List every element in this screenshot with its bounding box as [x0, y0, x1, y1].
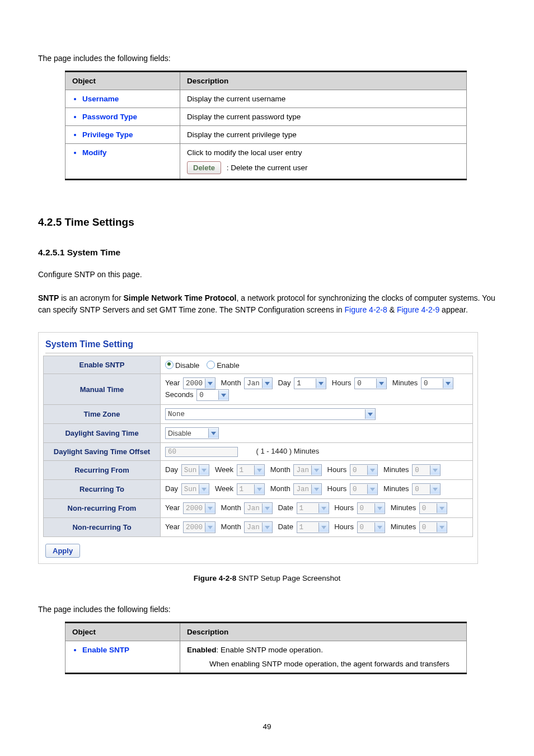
- recto-week-select[interactable]: 1: [237, 483, 265, 495]
- th-description: Description: [180, 623, 467, 641]
- panel-title: System Time Setting: [45, 339, 473, 353]
- subsection-heading: 4.2.5.1 System Time: [38, 248, 496, 258]
- nrecto-month-select[interactable]: Jan: [244, 521, 273, 533]
- desc-username: Display the current username: [180, 90, 467, 108]
- nrecfrom-hours-select[interactable]: 0: [357, 502, 386, 514]
- chevron-down-icon: [218, 390, 228, 400]
- row-label-time-zone: Time Zone: [44, 405, 161, 424]
- chevron-down-icon: [430, 465, 440, 475]
- sntp-fullname: Simple Network Time Protocol: [124, 293, 237, 302]
- intro-text-1: The page includes the following fields:: [38, 54, 496, 63]
- desc-password-type: Display the current password type: [180, 108, 467, 126]
- row-label-enable-sntp: Enable SNTP: [44, 356, 161, 374]
- recto-minutes-select[interactable]: 0: [412, 483, 441, 495]
- nrecto-hours-select[interactable]: 0: [357, 521, 386, 533]
- obj-modify: Modify: [82, 148, 173, 157]
- desc-modify-line1: Click to modify the local user entry: [187, 148, 460, 157]
- chevron-down-icon: [367, 484, 377, 494]
- chevron-down-icon: [430, 484, 440, 494]
- table-row: Enable SNTP Enabled: Enable SNTP mode op…: [65, 641, 467, 674]
- chevron-down-icon: [374, 503, 385, 513]
- chevron-down-icon: [262, 379, 272, 388]
- chevron-down-icon: [376, 379, 386, 388]
- recfrom-month-select[interactable]: Jan: [293, 464, 322, 476]
- chevron-down-icon: [374, 522, 385, 532]
- chevron-down-icon: [254, 465, 264, 475]
- apply-button[interactable]: Apply: [45, 544, 80, 558]
- chevron-down-icon: [205, 503, 215, 513]
- page-number: 49: [38, 722, 496, 731]
- radio-disable[interactable]: [165, 361, 174, 369]
- recfrom-minutes-select[interactable]: 0: [412, 464, 441, 476]
- enabled-desc-line2: When enabling SNTP mode operation, the a…: [209, 660, 460, 668]
- nrecto-year-select[interactable]: 2000: [183, 521, 216, 533]
- chevron-down-icon: [367, 465, 377, 475]
- day-select[interactable]: 1: [294, 377, 326, 389]
- figure-link-429[interactable]: Figure 4-2-9: [397, 305, 439, 314]
- chevron-down-icon: [311, 465, 321, 475]
- chevron-down-icon: [254, 484, 264, 494]
- obj-privilege-type: Privilege Type: [82, 130, 173, 139]
- month-select[interactable]: Jan: [244, 377, 273, 389]
- chevron-down-icon: [318, 522, 329, 532]
- radio-enable-label: Enable: [217, 361, 239, 370]
- row-label-dst: Daylight Saving Time: [44, 424, 161, 443]
- chevron-down-icon: [262, 522, 272, 532]
- table-row: Modify Click to modify the local user en…: [65, 144, 467, 180]
- nrecfrom-year-select[interactable]: 2000: [183, 502, 216, 514]
- seconds-select[interactable]: 0: [196, 389, 229, 401]
- table-row: Privilege Type Display the current privi…: [65, 126, 467, 144]
- chevron-down-icon: [199, 465, 209, 475]
- minutes-select[interactable]: 0: [421, 377, 453, 389]
- recto-day-select[interactable]: Sun: [181, 483, 210, 495]
- year-select[interactable]: 2000: [183, 377, 216, 389]
- para-sntp-desc: SNTP is an acronym for Simple Network Ti…: [38, 292, 496, 316]
- chevron-down-icon: [365, 409, 375, 419]
- th-object: Object: [65, 72, 180, 90]
- figure-caption: Figure 4-2-8 SNTP Setup Page Screenshot: [38, 574, 496, 582]
- dst-select[interactable]: Disable: [165, 427, 219, 439]
- row-label-rec-to: Recurring To: [44, 480, 161, 499]
- recfrom-hours-select[interactable]: 0: [350, 464, 378, 476]
- sntp-acronym: SNTP: [38, 293, 59, 302]
- nrecto-date-select[interactable]: 1: [297, 521, 329, 533]
- row-label-rec-from: Recurring From: [44, 461, 161, 480]
- obj-enable-sntp: Enable SNTP: [82, 646, 173, 654]
- recto-hours-select[interactable]: 0: [350, 483, 378, 495]
- chevron-down-icon: [311, 484, 321, 494]
- obj-password-type: Password Type: [82, 113, 173, 121]
- nrecfrom-minutes-select[interactable]: 0: [419, 502, 448, 514]
- nrecfrom-month-select[interactable]: Jan: [244, 502, 273, 514]
- obj-username: Username: [82, 95, 173, 103]
- dst-offset-input[interactable]: 60: [165, 447, 238, 457]
- radio-enable[interactable]: [207, 361, 215, 369]
- figure-link-428[interactable]: Figure 4-2-8: [345, 305, 387, 314]
- th-object: Object: [65, 623, 180, 641]
- table-header-row: Object Description: [65, 72, 467, 90]
- hours-select[interactable]: 0: [354, 377, 387, 389]
- th-description: Description: [180, 72, 467, 90]
- recto-month-select[interactable]: Jan: [293, 483, 322, 495]
- delete-button[interactable]: Delete: [187, 161, 221, 174]
- fields-table-2: Object Description Enable SNTP Enabled: …: [65, 622, 467, 674]
- chevron-down-icon: [437, 522, 447, 532]
- desc-privilege-type: Display the current privilege type: [180, 126, 467, 144]
- recfrom-day-select[interactable]: Sun: [181, 464, 210, 476]
- nrecto-minutes-select[interactable]: 0: [419, 521, 448, 533]
- table-row: Password Type Display the current passwo…: [65, 108, 467, 126]
- table-row: Username Display the current username: [65, 90, 467, 108]
- nrecfrom-date-select[interactable]: 1: [297, 502, 329, 514]
- row-label-nrec-to: Non-recurring To: [44, 518, 161, 537]
- row-label-nrec-from: Non-recurring From: [44, 499, 161, 518]
- row-label-manual-time: Manual Time: [44, 374, 161, 405]
- timezone-select[interactable]: None: [165, 408, 376, 420]
- chevron-down-icon: [205, 522, 215, 532]
- screenshot-panel: System Time Setting Enable SNTP Disable …: [38, 332, 478, 564]
- chevron-down-icon: [437, 503, 447, 513]
- fields-table-1: Object Description Username Display the …: [65, 71, 467, 180]
- table-header-row: Object Description: [65, 623, 467, 641]
- desc-modify-line2: : Delete the current user: [227, 164, 308, 172]
- chevron-down-icon: [318, 503, 329, 513]
- recfrom-week-select[interactable]: 1: [237, 464, 265, 476]
- chevron-down-icon: [443, 379, 453, 388]
